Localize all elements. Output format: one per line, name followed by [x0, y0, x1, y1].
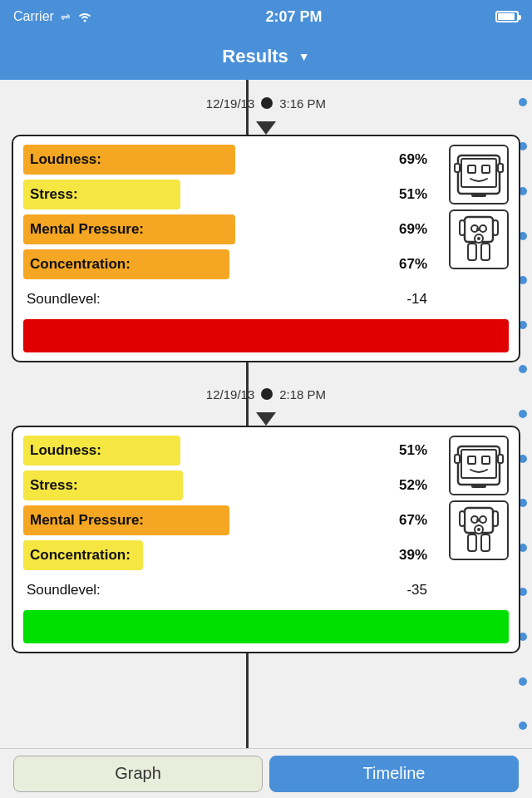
svg-rect-18 — [461, 450, 496, 478]
robot-body-icon — [449, 500, 509, 560]
svg-point-30 — [480, 516, 486, 523]
svg-rect-12 — [481, 244, 490, 260]
svg-rect-10 — [493, 220, 498, 235]
svg-rect-11 — [468, 244, 476, 260]
entry-date: 12/19/13 — [206, 96, 254, 111]
entry-time: 3:16 PM — [279, 96, 326, 111]
timeline-pointer-icon — [256, 412, 276, 426]
battery-icon — [495, 11, 519, 22]
soundlevel-value: -35 — [406, 582, 434, 598]
robot-body-icon — [449, 209, 509, 269]
metric-row: Mental Pressure: 67% — [23, 505, 434, 535]
metric-label: Mental Pressure: — [23, 221, 399, 238]
page-title: Results — [222, 46, 288, 67]
metric-label: Concentration: — [23, 547, 399, 564]
svg-point-16 — [477, 237, 480, 240]
svg-rect-28 — [481, 534, 490, 551]
metric-label: Concentration: — [23, 256, 399, 273]
timeline-entry: 12/19/13 3:16 PM Loudness: 69% Stress: 5… — [0, 80, 532, 371]
soundlevel-row: Soundlevel: -14 — [23, 284, 434, 314]
svg-rect-22 — [482, 456, 490, 464]
svg-rect-21 — [468, 456, 475, 464]
robot-icons-area — [449, 145, 509, 269]
metric-row: Concentration: 39% — [23, 540, 434, 570]
carrier-label: Carrier — [13, 9, 54, 24]
metric-value: 69% — [399, 151, 434, 168]
svg-rect-4 — [498, 164, 503, 172]
metric-row: Stress: 51% — [23, 180, 434, 209]
svg-point-0 — [83, 20, 86, 22]
status-left: Carrier ⇌︎ — [13, 9, 92, 24]
nav-bar: Results ▼ — [0, 33, 532, 80]
timeline-tab[interactable]: Timeline — [269, 756, 519, 792]
soundlevel-row: Soundlevel: -35 — [23, 575, 434, 605]
tab-bar: Graph Timeline — [0, 748, 532, 798]
svg-rect-3 — [455, 164, 460, 172]
svg-rect-6 — [482, 165, 490, 173]
metric-value: 69% — [399, 221, 434, 238]
svg-rect-7 — [471, 194, 486, 197]
result-card: Loudness: 69% Stress: 51% Mental Pressur… — [12, 135, 520, 362]
metric-label: Stress: — [23, 477, 399, 494]
svg-point-14 — [480, 225, 486, 232]
svg-rect-26 — [493, 511, 498, 526]
status-right — [495, 11, 519, 22]
timeline-dot — [519, 677, 527, 686]
wifi-icon — [77, 11, 92, 22]
result-color-bar — [23, 319, 509, 352]
metric-row: Loudness: 51% — [23, 436, 434, 466]
metric-row: Mental Pressure: 69% — [23, 214, 434, 244]
metric-row: Concentration: 67% — [23, 249, 434, 279]
timestamp-row: 12/19/13 3:16 PM — [0, 88, 532, 118]
robot-face-icon — [449, 436, 509, 495]
svg-rect-5 — [468, 165, 475, 173]
metric-value: 67% — [399, 512, 434, 529]
timeline-node-dot — [261, 388, 273, 400]
metric-value: 51% — [399, 186, 434, 203]
soundlevel-label: Soundlevel: — [23, 291, 406, 308]
soundlevel-label: Soundlevel: — [23, 582, 406, 598]
dropdown-chevron-icon[interactable]: ▼ — [298, 50, 310, 63]
svg-rect-23 — [471, 485, 486, 488]
timeline-pointer-icon — [256, 121, 276, 135]
timeline-dot — [519, 722, 527, 730]
svg-rect-19 — [455, 455, 460, 463]
metric-value: 39% — [399, 547, 434, 564]
svg-rect-2 — [461, 159, 496, 187]
svg-point-32 — [477, 528, 480, 531]
metric-value: 51% — [399, 442, 434, 459]
metric-row: Stress: 52% — [23, 470, 434, 500]
status-bar: Carrier ⇌︎ 2:07 PM — [0, 0, 532, 33]
metric-row: Loudness: 69% — [23, 145, 434, 175]
timestamp-row: 12/19/13 2:18 PM — [0, 379, 532, 409]
soundlevel-value: -14 — [406, 291, 434, 308]
metric-label: Loudness: — [23, 151, 399, 168]
result-card: Loudness: 51% Stress: 52% Mental Pressur… — [12, 426, 520, 653]
metric-label: Loudness: — [23, 442, 399, 459]
graph-tab[interactable]: Graph — [13, 756, 263, 792]
metric-label: Mental Pressure: — [23, 512, 399, 529]
timeline-area: 12/19/13 3:16 PM Loudness: 69% Stress: 5… — [0, 80, 532, 748]
result-color-bar — [23, 610, 509, 643]
entry-time: 2:18 PM — [279, 387, 326, 401]
svg-rect-25 — [460, 511, 465, 526]
wifi-icon: ⇌︎ — [61, 10, 71, 23]
entry-date: 12/19/13 — [206, 387, 254, 401]
robot-face-icon — [449, 145, 509, 204]
svg-rect-20 — [498, 455, 503, 463]
timeline-entry: 12/19/13 2:18 PM Loudness: 51% Stress: 5… — [0, 371, 532, 662]
robot-icons-area — [449, 436, 509, 560]
svg-rect-9 — [460, 220, 465, 235]
metric-value: 67% — [399, 256, 434, 273]
metric-label: Stress: — [23, 186, 399, 203]
timeline-node-dot — [261, 97, 273, 109]
status-time: 2:07 PM — [265, 8, 322, 26]
svg-rect-27 — [468, 534, 476, 551]
metric-value: 52% — [399, 477, 434, 494]
